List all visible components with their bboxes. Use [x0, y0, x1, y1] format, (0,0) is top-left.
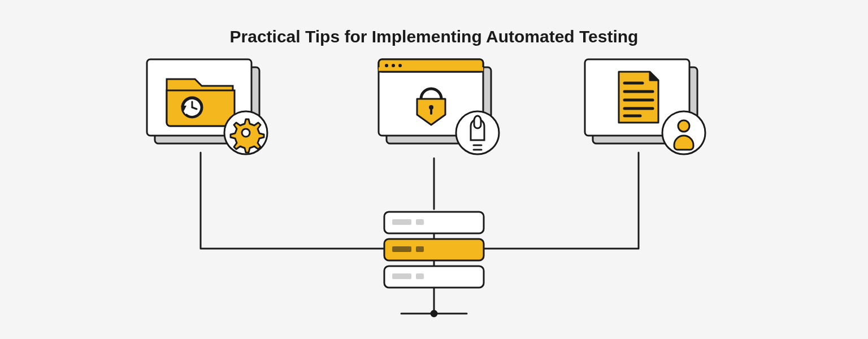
- svg-point-17: [398, 64, 402, 67]
- svg-rect-38: [416, 246, 424, 252]
- folder-history-gear-icon: [147, 59, 267, 154]
- svg-rect-33: [392, 219, 411, 225]
- document-user-icon: [585, 59, 705, 154]
- user-icon: [662, 111, 705, 154]
- svg-point-16: [392, 64, 395, 67]
- diagram-canvas: [0, 0, 868, 339]
- connectors: [201, 153, 639, 316]
- browser-lock-touch-icon: [379, 59, 499, 154]
- svg-point-1: [431, 311, 437, 316]
- svg-rect-41: [392, 273, 411, 279]
- svg-rect-37: [392, 246, 411, 252]
- gear-icon: [231, 119, 264, 153]
- svg-rect-42: [416, 273, 424, 279]
- svg-point-15: [385, 64, 388, 67]
- svg-rect-34: [416, 219, 424, 225]
- finger-touch-icon: [456, 111, 499, 154]
- svg-point-31: [678, 120, 689, 132]
- document-icon: [619, 72, 658, 123]
- svg-point-9: [242, 129, 250, 137]
- server-stack-icon: [384, 212, 484, 288]
